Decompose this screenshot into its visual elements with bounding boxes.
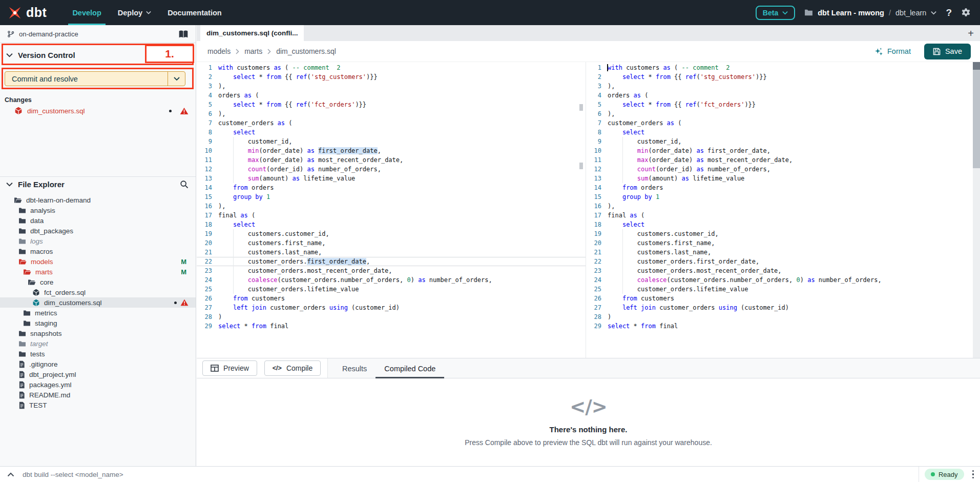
code-line[interactable]: 12 count(order_id) as number_of_orders, — [197, 165, 586, 174]
dbt-logo[interactable]: dbt — [7, 5, 47, 21]
code-line[interactable]: 7customer_orders as ( — [586, 118, 980, 128]
code-line[interactable]: 3), — [197, 82, 586, 91]
code-line[interactable]: 18 select — [586, 220, 980, 229]
code-line[interactable]: 19 customers.customer_id, — [197, 229, 586, 238]
tree-item-macros[interactable]: macros — [0, 246, 196, 256]
code-line[interactable]: 6), — [197, 109, 586, 118]
code-line[interactable]: 26 from customers — [586, 294, 980, 303]
code-line[interactable]: 28) — [586, 312, 980, 322]
code-line[interactable]: 27 left join customer_orders using (cust… — [586, 303, 980, 312]
tree-item-snapshots[interactable]: snapshots — [0, 328, 196, 338]
tree-item-dbt-packages[interactable]: dbt_packages — [0, 226, 196, 236]
tree-item-target[interactable]: target — [0, 338, 196, 349]
tree-item-readme-md[interactable]: README.md — [0, 390, 196, 400]
breadcrumb-item-dim-customers-sql[interactable]: dim_customers.sql — [276, 47, 336, 55]
editor-pane-left[interactable]: 1with customers as ( -- comment 22 selec… — [197, 62, 586, 358]
code-line[interactable]: 18 select — [197, 220, 586, 229]
tree-item-metrics[interactable]: metrics — [0, 308, 196, 318]
beta-dropdown[interactable]: Beta — [756, 6, 795, 20]
code-line[interactable]: 13 sum(amount) as lifetime_value — [586, 174, 980, 183]
code-line[interactable]: 25 customer_orders.lifetime_value — [197, 285, 586, 294]
tree-item-dbt-project-yml[interactable]: dbt_project.yml — [0, 369, 196, 379]
scrollbar-thumb[interactable] — [973, 70, 980, 168]
docs-book-icon[interactable] — [178, 30, 189, 38]
code-line[interactable]: 29select * from final — [197, 322, 586, 331]
code-line[interactable]: 26 from customers — [197, 294, 586, 303]
tree-item-marts[interactable]: martsM — [0, 267, 196, 277]
commit-and-resolve-split-button[interactable]: Commit and resolve — [5, 71, 185, 86]
code-line[interactable]: 15 group by 1 — [197, 192, 586, 202]
chevron-up-icon[interactable] — [7, 472, 14, 477]
tab-compiled-code[interactable]: Compiled Code — [376, 358, 444, 378]
code-line[interactable]: 17final as ( — [586, 211, 980, 220]
commit-options-dropdown[interactable] — [168, 72, 185, 86]
code-line[interactable]: 20 customers.first_name, — [586, 238, 980, 248]
code-line[interactable]: 11 max(order_date) as most_recent_order_… — [197, 155, 586, 165]
code-line[interactable]: 16), — [197, 202, 586, 211]
code-line[interactable]: 4orders as ( — [197, 91, 586, 100]
code-line[interactable]: 21 customers.last_name, — [586, 248, 980, 257]
nav-item-develop[interactable]: Develop — [64, 0, 109, 25]
code-line[interactable]: 14 from orders — [197, 183, 586, 192]
code-line[interactable]: 20 customers.first_name, — [197, 238, 586, 248]
code-line[interactable]: 1with customers as ( -- comment 2 — [197, 63, 586, 72]
tree-item-staging[interactable]: staging — [0, 318, 196, 328]
format-button[interactable]: Format — [874, 47, 911, 56]
code-line[interactable]: 25 customer_orders.lifetime_value — [586, 285, 980, 294]
save-button[interactable]: Save — [924, 44, 971, 59]
code-line[interactable]: 21 customers.last_name, — [197, 248, 586, 257]
tree-item-packages-yml[interactable]: packages.yml — [0, 379, 196, 390]
tree-item-models[interactable]: modelsM — [0, 256, 196, 267]
breadcrumb-item-models[interactable]: models — [207, 47, 231, 55]
nav-item-deploy[interactable]: Deploy — [110, 0, 159, 25]
tree-item-analysis[interactable]: analysis — [0, 205, 196, 215]
code-line[interactable]: 7customer_orders as ( — [197, 118, 586, 128]
tree-item-dbt-learn-on-demand[interactable]: dbt-learn-on-demand — [0, 195, 196, 205]
editor-scrollbar[interactable] — [973, 62, 980, 358]
preview-button[interactable]: Preview — [202, 360, 257, 376]
compile-button[interactable]: </> Compile — [264, 360, 321, 376]
file-explorer-header[interactable]: File Explorer — [0, 176, 196, 191]
code-line[interactable]: 10 min(order_date) as first_order_date, — [197, 146, 586, 155]
nav-item-documentation[interactable]: Documentation — [159, 0, 230, 25]
code-line[interactable]: 4orders as ( — [586, 91, 980, 100]
tree-item-fct-orders-sql[interactable]: fct_orders.sql — [0, 287, 196, 297]
tree-item-data[interactable]: data — [0, 215, 196, 226]
tree-item-dim-customers-sql[interactable]: dim_customers.sql — [0, 297, 196, 308]
code-line[interactable]: 8 select — [197, 128, 586, 137]
code-line[interactable]: 6), — [586, 109, 980, 118]
code-line[interactable]: 27 left join customer_orders using (cust… — [197, 303, 586, 312]
tab-results[interactable]: Results — [333, 358, 376, 378]
code-line[interactable]: 2 select * from {{ ref('stg_customers')}… — [197, 72, 586, 82]
gear-icon[interactable] — [961, 8, 971, 17]
account-project-selector[interactable]: dbt Learn - mwong / dbt_learn — [804, 9, 936, 17]
kebab-menu-icon[interactable] — [970, 468, 976, 481]
code-line[interactable]: 22 customer_orders.first_order_date, — [586, 257, 980, 266]
code-line[interactable]: 24 coalesce(customer_orders.number_of_or… — [586, 275, 980, 285]
code-line[interactable]: 19 customers.customer_id, — [586, 229, 980, 238]
code-line[interactable]: 22 customer_orders.first_order_date, — [197, 257, 586, 266]
tree-item-test[interactable]: TEST — [0, 400, 196, 410]
code-line[interactable]: 23 customer_orders.most_recent_order_dat… — [197, 266, 586, 275]
code-line[interactable]: 16), — [586, 202, 980, 211]
code-line[interactable]: 9 customer_id, — [586, 137, 980, 146]
code-line[interactable]: 10 min(order_date) as first_order_date, — [586, 146, 980, 155]
code-line[interactable]: 17final as ( — [197, 211, 586, 220]
branch-row[interactable]: on-demand-practice — [0, 25, 196, 43]
code-line[interactable]: 13 sum(amount) as lifetime_value — [197, 174, 586, 183]
changed-file-row[interactable]: dim_customers.sql — [0, 104, 196, 117]
breadcrumb-item-marts[interactable]: marts — [244, 47, 262, 55]
editor-tab-dim-customers[interactable]: dim_customers.sql (confli... — [200, 25, 304, 41]
editor-pane-right[interactable]: 1with customers as ( -- comment 22 selec… — [586, 62, 980, 358]
help-icon[interactable]: ? — [946, 7, 952, 18]
search-icon[interactable] — [180, 180, 189, 189]
command-input[interactable]: dbt build --select <model_name> — [23, 471, 123, 478]
code-line[interactable]: 5 select * from {{ ref('fct_orders')}} — [197, 100, 586, 109]
code-line[interactable]: 8 select — [586, 128, 980, 137]
tree-item-tests[interactable]: tests — [0, 349, 196, 359]
code-line[interactable]: 3), — [586, 82, 980, 91]
add-tab-button[interactable]: + — [968, 28, 974, 38]
code-line[interactable]: 14 from orders — [586, 183, 980, 192]
code-line[interactable]: 15 group by 1 — [586, 192, 980, 202]
commit-and-resolve-button[interactable]: Commit and resolve — [5, 72, 168, 86]
